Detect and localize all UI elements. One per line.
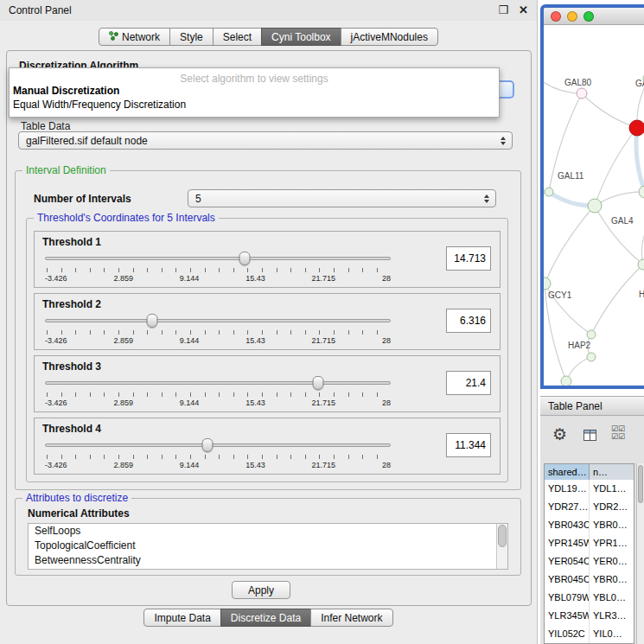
slider-thumb[interactable] (239, 252, 250, 265)
network-node[interactable] (587, 330, 596, 339)
tab-jactivemnodules[interactable]: jActiveMNodules (341, 28, 438, 46)
network-node[interactable] (588, 199, 602, 213)
network-edge (582, 93, 637, 128)
scrollbar-thumb[interactable] (498, 525, 507, 547)
attribute-item-topologicalcoefficient[interactable]: TopologicalCoefficient (29, 539, 507, 553)
network-edge (595, 206, 643, 265)
zoom-traffic-light[interactable] (583, 11, 594, 22)
gear-icon[interactable]: ⚙ (552, 424, 567, 444)
algorithm-dropdown-popup: Select algorithm to view settings Manual… (9, 67, 500, 118)
network-node[interactable] (639, 186, 644, 198)
tab-impute-data[interactable]: Impute Data (143, 609, 220, 627)
table-cell: YIL052C (545, 625, 590, 643)
control-panel-body: Discretization Algorithm Table Data galF… (6, 50, 532, 606)
table-row[interactable]: YBR045CYBR0… (545, 571, 634, 589)
attribute-list-scrollbar[interactable] (496, 524, 507, 569)
interval-definition-title: Interval Definition (22, 164, 110, 176)
network-node[interactable] (629, 120, 644, 136)
select-columns-icon[interactable]: ☑☑☑☑ (611, 425, 625, 441)
threshold-slider-4[interactable]: -3.4262.8599.14415.4321.71528 (45, 437, 391, 472)
scale-label: 9.144 (180, 399, 200, 407)
table-row[interactable]: YBL079WYBL0… (545, 589, 634, 607)
table-row[interactable]: YIL052CYIL0… (545, 625, 634, 643)
algorithm-option-equal-width-frequency-discretization[interactable]: Equal Width/Frequency Discretization (10, 98, 499, 112)
table-row[interactable]: YLR345WYLR3… (545, 607, 634, 625)
attribute-item-betweennesscentrality[interactable]: BetweennessCentrality (29, 553, 507, 568)
network-node[interactable] (544, 277, 551, 290)
network-edge (595, 128, 637, 206)
scale-label: 2.859 (113, 461, 133, 469)
numerical-attributes-label: Numerical Attributes (28, 507, 130, 520)
attribute-list[interactable]: SelfLoopsTopologicalCoefficientBetweenne… (28, 523, 508, 570)
table-panel-toolbar: ⚙ ☑☑☑☑ (540, 416, 644, 459)
tab-label: Impute Data (154, 612, 210, 624)
apply-button[interactable]: Apply (232, 581, 290, 599)
table-cell: YBR0… (590, 571, 634, 589)
network-node-label: GAL80 (564, 78, 592, 87)
threshold-slider-2[interactable]: -3.4262.8599.14415.4321.71528 (45, 313, 391, 348)
network-edge (595, 192, 644, 206)
table-row[interactable]: YER054CYER0… (545, 552, 634, 571)
threshold-value-field[interactable]: 14.713 (446, 246, 491, 271)
threshold-box-1: Threshold 1-3.4262.8599.14415.4321.71528… (34, 231, 501, 288)
close-icon[interactable]: ✕ (519, 0, 528, 21)
table-row[interactable]: YDR27…YDR2… (545, 498, 634, 516)
network-canvas[interactable]: GAL80GA…GAL11GAL4GCY1H…HAP2 (544, 25, 644, 386)
tab-cyni-toolbox[interactable]: Cyni Toolbox (261, 28, 341, 46)
table-row[interactable]: YBR043CYBR0… (545, 516, 634, 534)
scale-label: 15.43 (245, 399, 265, 407)
table-row[interactable]: YDL19…YDL1… (545, 480, 634, 498)
slider-thumb[interactable] (201, 438, 213, 452)
network-window-titlebar[interactable] (544, 8, 644, 25)
network-edge (545, 206, 595, 284)
scale-label: 21.715 (312, 336, 336, 345)
table-rows: YDL19…YDL1…YDR27…YDR2…YBR043CYBR0…YPR145… (545, 480, 634, 643)
bottom-tab-bar: Impute DataDiscretize DataInfer Network (0, 609, 537, 627)
scale-label: 2.859 (113, 274, 133, 283)
table-cell: YLR345W (545, 607, 590, 625)
column-header-1[interactable]: shared… (545, 464, 590, 480)
close-traffic-light[interactable] (551, 11, 561, 22)
threshold-slider-1[interactable]: -3.4262.8599.14415.4321.71528 (45, 251, 391, 285)
minimize-traffic-light[interactable] (567, 11, 577, 22)
slider-ticks (47, 330, 390, 335)
table-row[interactable]: YPR145WYPR1… (545, 534, 634, 552)
column-header-2[interactable]: n… (590, 464, 634, 480)
tab-network[interactable]: Network (99, 28, 170, 46)
float-window-icon[interactable]: ❒ (498, 0, 508, 21)
slider-thumb[interactable] (146, 314, 157, 328)
threshold-box-4: Threshold 4-3.4262.8599.14415.4321.71528… (34, 418, 501, 475)
tab-discretize-data[interactable]: Discretize Data (220, 609, 311, 627)
threshold-value-field[interactable]: 6.316 (446, 309, 491, 333)
tab-style[interactable]: Style (169, 28, 214, 46)
network-node[interactable] (587, 353, 596, 361)
tab-infer-network[interactable]: Infer Network (310, 609, 392, 627)
network-node-label: GAL4 (611, 216, 634, 226)
slider-track (45, 443, 391, 447)
algorithm-placeholder-option[interactable]: Select algorithm to view settings (10, 68, 499, 84)
scrollbar-thumb[interactable] (638, 465, 643, 503)
table-data-combobox[interactable]: galFiltered.sif default node (18, 131, 513, 150)
table-cell: YDR2… (590, 498, 634, 516)
threshold-value-field[interactable]: 11.344 (446, 433, 491, 457)
columns-icon[interactable] (583, 429, 596, 444)
algorithm-option-manual-discretization[interactable]: Manual Discretization (10, 84, 499, 98)
network-node[interactable] (545, 188, 553, 196)
network-node[interactable] (577, 88, 587, 99)
algorithm-combobox-arrow[interactable] (500, 80, 514, 99)
table-cell: YBR043C (545, 516, 590, 534)
table-scrollbar[interactable] (636, 463, 644, 644)
network-node[interactable] (638, 259, 644, 270)
threshold-value-field[interactable]: 21.4 (446, 371, 491, 395)
network-edge (544, 146, 545, 284)
attribute-item-selfloops[interactable]: SelfLoops (29, 524, 507, 539)
control-panel-titlebar: Control Panel ❒ ✕ (0, 0, 537, 21)
table-cell: YBL0… (590, 589, 634, 607)
slider-thumb[interactable] (312, 376, 323, 390)
threshold-slider-3[interactable]: -3.4262.8599.14415.4321.71528 (45, 375, 391, 410)
network-node[interactable] (561, 376, 571, 386)
tab-select[interactable]: Select (213, 28, 262, 46)
number-of-intervals-combobox[interactable]: 5 (188, 189, 496, 207)
node-table: shared…n… YDL19…YDL1…YDR27…YDR2…YBR043CY… (544, 463, 634, 644)
network-node-label: H… (639, 290, 644, 299)
